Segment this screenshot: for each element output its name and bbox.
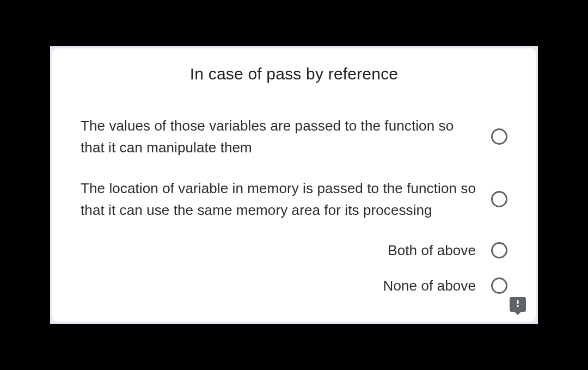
radio-icon[interactable] (491, 191, 507, 207)
option-label: The location of variable in memory is pa… (81, 177, 476, 221)
form-panel: In case of pass by reference The values … (50, 46, 538, 324)
radio-icon[interactable] (491, 128, 507, 145)
option-label: None of above (81, 275, 476, 297)
option-row-3[interactable]: None of above (81, 275, 507, 297)
option-row-1[interactable]: The location of variable in memory is pa… (81, 177, 507, 221)
radio-icon[interactable] (491, 278, 507, 294)
report-problem-icon[interactable] (507, 295, 528, 315)
question-title: In case of pass by reference (81, 65, 507, 83)
radio-icon[interactable] (491, 242, 507, 258)
question-card: In case of pass by reference The values … (52, 48, 536, 322)
option-row-2[interactable]: Both of above (81, 239, 507, 261)
option-label: The values of those variables are passed… (81, 115, 476, 159)
option-label: Both of above (81, 239, 476, 261)
option-row-0[interactable]: The values of those variables are passed… (81, 115, 507, 159)
